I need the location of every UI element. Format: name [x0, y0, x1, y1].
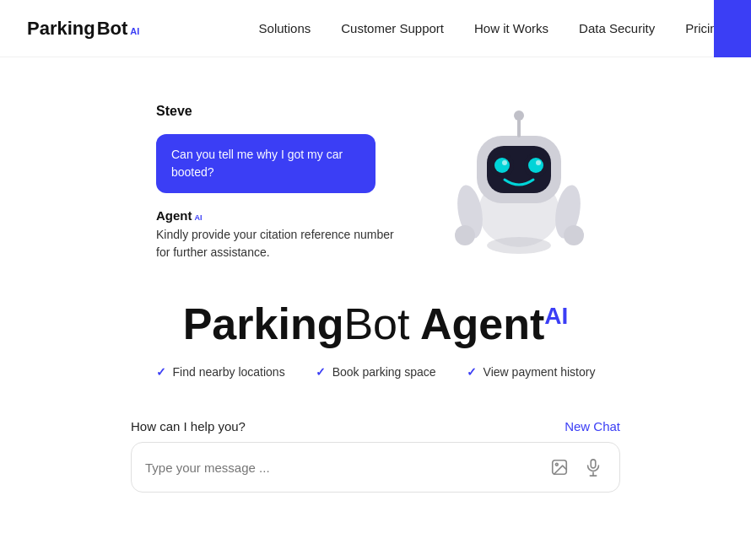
svg-point-8 [536, 160, 541, 165]
chat-input-section: How can I help you? New Chat [131, 419, 620, 493]
svg-point-10 [514, 110, 524, 121]
nav-item-how-it-works[interactable]: How it Works [474, 21, 548, 35]
new-chat-link[interactable]: New Chat [565, 419, 620, 433]
robot-illustration [443, 98, 595, 267]
chat-text-input[interactable] [145, 460, 538, 475]
logo-ai-badge: AI [130, 26, 139, 36]
chat-input-label: How can I help you? [131, 419, 246, 433]
nav-item-solutions[interactable]: Solutions [259, 21, 311, 35]
chat-input-header: How can I help you? New Chat [131, 419, 620, 433]
feature-nearby-label: Find nearby locations [173, 365, 285, 379]
chat-input-box [131, 442, 620, 493]
check-icon-payment: ✓ [467, 365, 477, 379]
logo-parking: Parking [27, 18, 95, 40]
heading-agent: Agent [420, 299, 544, 348]
feature-book: ✓ Book parking space [316, 365, 436, 379]
svg-rect-18 [591, 460, 596, 468]
feature-nearby: ✓ Find nearby locations [156, 365, 285, 379]
nav-item-data-security[interactable]: Data Security [579, 21, 655, 35]
logo[interactable]: ParkingBotAI [27, 18, 139, 40]
navbar: ParkingBotAI Solutions Customer Support … [0, 0, 751, 57]
feature-payment: ✓ View payment history [467, 365, 596, 379]
image-upload-button[interactable] [547, 455, 572, 480]
heading-ai: AI [544, 303, 568, 329]
svg-point-13 [455, 225, 475, 245]
heading-bot: Bot [343, 299, 409, 348]
check-icon-nearby: ✓ [156, 365, 166, 379]
svg-point-7 [502, 160, 507, 165]
svg-point-14 [564, 225, 584, 245]
logo-bot: Bot [97, 18, 128, 40]
nav-cta-button[interactable] [714, 0, 751, 57]
voice-input-button[interactable] [581, 455, 606, 480]
feature-book-label: Book parking space [332, 365, 436, 379]
svg-point-15 [487, 237, 551, 254]
nav-links: Solutions Customer Support How it Works … [259, 21, 724, 36]
features-list: ✓ Find nearby locations ✓ Book parking s… [156, 365, 596, 379]
nav-item-customer-support[interactable]: Customer Support [341, 21, 444, 35]
main-heading: ParkingBot AgentAI [183, 300, 569, 348]
hero-section: Steve Can you tell me why I got my car b… [0, 57, 751, 520]
svg-point-17 [555, 464, 558, 466]
check-icon-book: ✓ [316, 365, 326, 379]
heading-parking: Parking [183, 299, 344, 348]
feature-payment-label: View payment history [484, 365, 596, 379]
chat-agent-section: AgentAI Kindly provide your citation ref… [156, 208, 409, 261]
svg-point-5 [494, 158, 510, 173]
chat-user-bubble: Can you tell me why I got my car booted? [156, 134, 376, 193]
chat-left-panel: Steve Can you tell me why I got my car b… [156, 104, 409, 261]
chat-demo: Steve Can you tell me why I got my car b… [89, 98, 662, 267]
chat-user-name: Steve [156, 104, 409, 119]
svg-point-6 [528, 158, 543, 173]
chat-agent-name: AgentAI [156, 208, 409, 223]
chat-agent-text: Kindly provide your citation reference n… [156, 226, 409, 261]
